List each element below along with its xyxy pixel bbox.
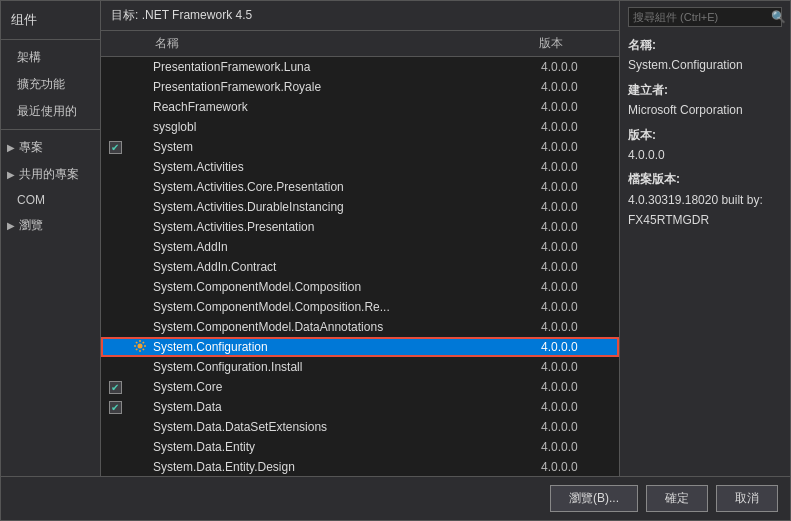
table-row[interactable]: ✔System4.0.0.0 bbox=[101, 137, 619, 157]
table-row[interactable]: System.ComponentModel.DataAnnotations4.0… bbox=[101, 317, 619, 337]
sidebar-divider bbox=[1, 129, 100, 130]
sidebar-item-recent[interactable]: 最近使用的 bbox=[1, 98, 100, 125]
row-version: 4.0.0.0 bbox=[541, 360, 619, 374]
sidebar-item-label: 最近使用的 bbox=[17, 103, 77, 120]
row-name: System.Activities.Presentation bbox=[151, 220, 541, 234]
row-name: System.AddIn bbox=[151, 240, 541, 254]
table-row[interactable]: System.ComponentModel.Composition4.0.0.0 bbox=[101, 277, 619, 297]
row-name: System.AddIn.Contract bbox=[151, 260, 541, 274]
col-icon-spacer bbox=[129, 35, 151, 52]
table-row[interactable]: System.AddIn4.0.0.0 bbox=[101, 237, 619, 257]
column-headers: 名稱 版本 bbox=[101, 31, 619, 57]
arrow-icon: ▶ bbox=[7, 142, 15, 153]
checkbox-checked-icon: ✔ bbox=[109, 141, 122, 154]
info-name-label: 名稱: System.Configuration bbox=[628, 35, 782, 76]
right-panel: 🔍 名稱: System.Configuration 建立者: Microsof… bbox=[620, 1, 790, 476]
row-name: System.Activities bbox=[151, 160, 541, 174]
table-row[interactable]: System.Configuration4.0.0.0 bbox=[101, 337, 619, 357]
table-row[interactable]: System.Data.Entity4.0.0.0 bbox=[101, 437, 619, 457]
table-row[interactable]: System.ComponentModel.Composition.Re...4… bbox=[101, 297, 619, 317]
center-panel: 目标: .NET Framework 4.5 名稱 版本 Presentatio… bbox=[101, 1, 620, 476]
sidebar-item-label: 共用的專案 bbox=[19, 166, 79, 183]
row-name: System.Configuration bbox=[151, 340, 541, 354]
row-name: PresentationFramework.Royale bbox=[151, 80, 541, 94]
row-name: System.ComponentModel.Composition.Re... bbox=[151, 300, 541, 314]
browse-button[interactable]: 瀏覽(B)... bbox=[550, 485, 638, 512]
table-row[interactable]: System.Activities.DurableInstancing4.0.0… bbox=[101, 197, 619, 217]
row-version: 4.0.0.0 bbox=[541, 60, 619, 74]
row-version: 4.0.0.0 bbox=[541, 400, 619, 414]
table-row[interactable]: System.AddIn.Contract4.0.0.0 bbox=[101, 257, 619, 277]
dialog-footer: 瀏覽(B)... 確定 取消 bbox=[1, 476, 790, 520]
info-version: 版本: 4.0.0.0 bbox=[628, 125, 782, 166]
arrow-icon: ▶ bbox=[7, 169, 15, 180]
row-checkbox[interactable]: ✔ bbox=[101, 381, 129, 394]
row-checkbox[interactable]: ✔ bbox=[101, 141, 129, 154]
row-version: 4.0.0.0 bbox=[541, 280, 619, 294]
info-version-value: 4.0.0.0 bbox=[628, 148, 665, 162]
row-name: ReachFramework bbox=[151, 100, 541, 114]
sidebar-item-label: 擴充功能 bbox=[17, 76, 65, 93]
center-target-label: 目标: .NET Framework 4.5 bbox=[101, 1, 619, 31]
dialog: 组件 架構擴充功能最近使用的▶專案▶共用的專案COM▶瀏覽 目标: .NET F… bbox=[0, 0, 791, 521]
row-version: 4.0.0.0 bbox=[541, 240, 619, 254]
table-row[interactable]: System.Data.DataSetExtensions4.0.0.0 bbox=[101, 417, 619, 437]
sidebar-item-label: 專案 bbox=[19, 139, 43, 156]
svg-point-0 bbox=[138, 343, 143, 348]
info-file-version: 檔案版本: 4.0.30319.18020 built by: FX45RTMG… bbox=[628, 169, 782, 230]
table-row[interactable]: sysglobl4.0.0.0 bbox=[101, 117, 619, 137]
arrow-icon: ▶ bbox=[7, 220, 15, 231]
row-version: 4.0.0.0 bbox=[541, 180, 619, 194]
cancel-button[interactable]: 取消 bbox=[716, 485, 778, 512]
sidebar-item-architecture[interactable]: 架構 bbox=[1, 44, 100, 71]
table-row[interactable]: System.Configuration.Install4.0.0.0 bbox=[101, 357, 619, 377]
info-creator: 建立者: Microsoft Corporation bbox=[628, 80, 782, 121]
row-name: System.Data bbox=[151, 400, 541, 414]
table-row[interactable]: PresentationFramework.Royale4.0.0.0 bbox=[101, 77, 619, 97]
table-row[interactable]: System.Activities4.0.0.0 bbox=[101, 157, 619, 177]
row-version: 4.0.0.0 bbox=[541, 340, 619, 354]
table-row[interactable]: PresentationFramework.Luna4.0.0.0 bbox=[101, 57, 619, 77]
ok-button[interactable]: 確定 bbox=[646, 485, 708, 512]
row-name: System.Data.Entity.Design bbox=[151, 460, 541, 474]
table-row[interactable]: ✔System.Data4.0.0.0 bbox=[101, 397, 619, 417]
table-row[interactable]: ReachFramework4.0.0.0 bbox=[101, 97, 619, 117]
row-name: System.Configuration.Install bbox=[151, 360, 541, 374]
table-row[interactable]: System.Data.Entity.Design4.0.0.0 bbox=[101, 457, 619, 476]
sidebar-item-com[interactable]: COM bbox=[1, 188, 100, 212]
sidebar-item-label: 架構 bbox=[17, 49, 41, 66]
col-name-header: 名稱 bbox=[151, 35, 539, 52]
row-version: 4.0.0.0 bbox=[541, 200, 619, 214]
row-name: System.ComponentModel.DataAnnotations bbox=[151, 320, 541, 334]
col-check-spacer bbox=[101, 35, 129, 52]
checkbox-checked-icon: ✔ bbox=[109, 381, 122, 394]
search-bar[interactable]: 🔍 bbox=[628, 7, 782, 27]
sidebar-item-shared-project[interactable]: ▶共用的專案 bbox=[1, 161, 100, 188]
table-row[interactable]: ✔System.Core4.0.0.0 bbox=[101, 377, 619, 397]
row-version: 4.0.0.0 bbox=[541, 120, 619, 134]
table-row[interactable]: System.Activities.Core.Presentation4.0.0… bbox=[101, 177, 619, 197]
row-version: 4.0.0.0 bbox=[541, 100, 619, 114]
row-version: 4.0.0.0 bbox=[541, 300, 619, 314]
row-version: 4.0.0.0 bbox=[541, 260, 619, 274]
assembly-list[interactable]: PresentationFramework.Luna4.0.0.0Present… bbox=[101, 57, 619, 476]
sidebar-item-browse[interactable]: ▶瀏覽 bbox=[1, 212, 100, 239]
search-input[interactable] bbox=[633, 11, 771, 23]
row-version: 4.0.0.0 bbox=[541, 380, 619, 394]
info-creator-value: Microsoft Corporation bbox=[628, 103, 743, 117]
row-version: 4.0.0.0 bbox=[541, 140, 619, 154]
row-version: 4.0.0.0 bbox=[541, 320, 619, 334]
row-name: System.Data.DataSetExtensions bbox=[151, 420, 541, 434]
search-icon[interactable]: 🔍 bbox=[771, 10, 786, 24]
sidebar-item-extended[interactable]: 擴充功能 bbox=[1, 71, 100, 98]
info-name-value: System.Configuration bbox=[628, 58, 743, 72]
row-checkbox[interactable]: ✔ bbox=[101, 401, 129, 414]
sidebar-item-label: COM bbox=[17, 193, 45, 207]
row-version: 4.0.0.0 bbox=[541, 460, 619, 474]
table-row[interactable]: System.Activities.Presentation4.0.0.0 bbox=[101, 217, 619, 237]
sidebar-item-project[interactable]: ▶專案 bbox=[1, 134, 100, 161]
row-version: 4.0.0.0 bbox=[541, 440, 619, 454]
info-section: 名稱: System.Configuration 建立者: Microsoft … bbox=[628, 35, 782, 231]
dialog-body: 组件 架構擴充功能最近使用的▶專案▶共用的專案COM▶瀏覽 目标: .NET F… bbox=[1, 1, 790, 476]
row-version: 4.0.0.0 bbox=[541, 160, 619, 174]
